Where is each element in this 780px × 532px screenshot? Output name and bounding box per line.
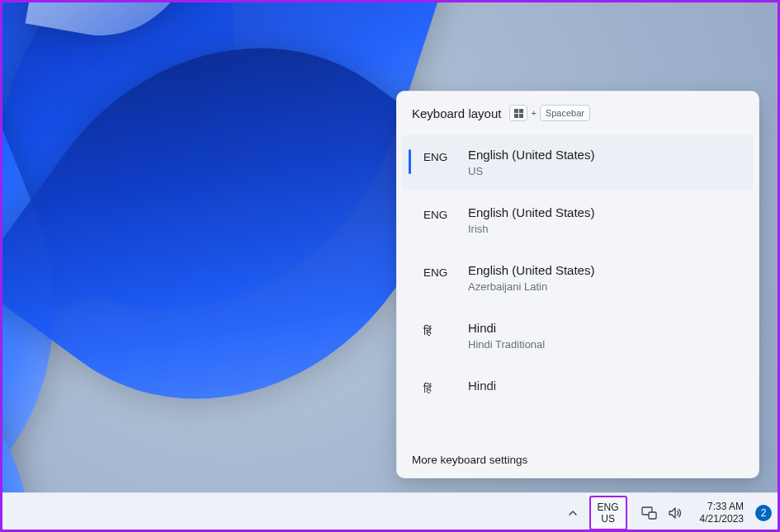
- win-key-icon: [509, 105, 527, 121]
- lang-texts: Hindi: [468, 379, 496, 393]
- lang-code: ENG: [423, 205, 456, 221]
- system-tray[interactable]: [632, 505, 692, 521]
- layout-option-0[interactable]: ENGEnglish (United States)US: [402, 134, 754, 191]
- lang-code: हिं: [423, 321, 456, 338]
- volume-icon: [667, 505, 683, 521]
- layout-option-2[interactable]: ENGEnglish (United States)Azerbaijani La…: [402, 250, 754, 306]
- more-keyboard-settings[interactable]: More keyboard settings: [397, 444, 759, 478]
- lang-code: हिं: [423, 379, 456, 396]
- plus-icon: +: [531, 108, 536, 118]
- svg-rect-1: [649, 512, 656, 519]
- network-icon: [641, 505, 657, 521]
- lang-texts: English (United States)US: [468, 148, 594, 177]
- notification-count[interactable]: 2: [755, 505, 772, 521]
- spacebar-key: Spacebar: [540, 105, 590, 121]
- lang-name: English (United States): [468, 263, 594, 277]
- flyout-header: Keyboard layout + Spacebar: [397, 92, 759, 133]
- flyout-title: Keyboard layout: [412, 106, 501, 120]
- language-indicator[interactable]: ENG US: [589, 496, 627, 530]
- clock-time: 7:33 AM: [700, 501, 744, 513]
- lang-name: English (United States): [468, 205, 594, 219]
- lang-texts: HindiHindi Traditional: [468, 321, 545, 351]
- lang-texts: English (United States)Irish: [468, 205, 594, 235]
- lang-texts: English (United States)Azerbaijani Latin: [468, 263, 594, 293]
- lang-line1: ENG: [598, 501, 619, 513]
- keyboard-layout-flyout: Keyboard layout + Spacebar ENGEnglish (U…: [396, 91, 759, 478]
- clock-date: 4/21/2023: [700, 513, 744, 525]
- layout-option-1[interactable]: ENGEnglish (United States)Irish: [402, 192, 754, 248]
- lang-sublayout: US: [468, 165, 594, 177]
- shortcut-hint: + Spacebar: [509, 105, 590, 121]
- lang-name: English (United States): [468, 148, 594, 162]
- lang-line2: US: [601, 513, 615, 525]
- layout-option-3[interactable]: हिंHindiHindi Traditional: [402, 308, 754, 364]
- layout-list[interactable]: ENGEnglish (United States)USENGEnglish (…: [397, 133, 759, 444]
- lang-code: ENG: [423, 263, 456, 279]
- layout-option-4[interactable]: हिंHindi: [402, 365, 754, 409]
- lang-name: Hindi: [468, 321, 545, 335]
- lang-name: Hindi: [468, 379, 496, 393]
- lang-sublayout: Azerbaijani Latin: [468, 280, 594, 293]
- tray-overflow-button[interactable]: [561, 500, 584, 526]
- lang-sublayout: Irish: [468, 223, 594, 235]
- chevron-up-icon: [568, 508, 578, 518]
- taskbar-clock[interactable]: 7:33 AM 4/21/2023: [697, 501, 747, 525]
- lang-code: ENG: [423, 148, 456, 163]
- lang-sublayout: Hindi Traditional: [468, 338, 545, 351]
- taskbar: ENG US 7:33 AM 4/21/2023 2: [0, 492, 780, 532]
